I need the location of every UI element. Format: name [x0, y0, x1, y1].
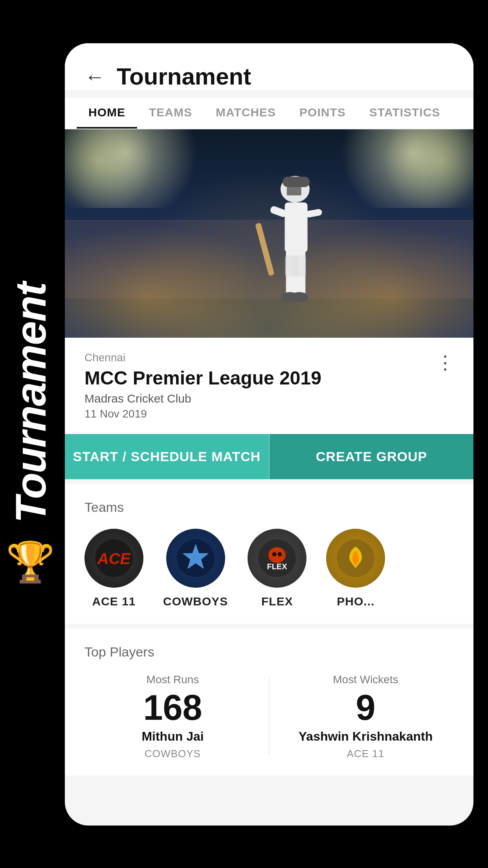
tournament-location: Chennai: [84, 351, 454, 364]
back-button[interactable]: ←: [84, 66, 105, 87]
tab-statistics[interactable]: STATISTICS: [358, 98, 452, 129]
team-logo-flex: FLEX: [248, 529, 306, 588]
tab-home[interactable]: HOME: [77, 98, 137, 129]
top-players-title: Top Players: [84, 644, 454, 660]
players-columns: Most Runs 168 Mithun Jai COWBOYS Most Wi…: [84, 673, 454, 760]
create-group-button[interactable]: CREATE GROUP: [270, 434, 473, 479]
team-item-cowboys[interactable]: COWBOYS: [163, 529, 228, 608]
schedule-match-button[interactable]: START / SCHEDULE MATCH: [65, 434, 270, 479]
action-buttons: START / SCHEDULE MATCH CREATE GROUP: [65, 434, 473, 479]
trophy-icon: 🏆: [6, 539, 55, 585]
team-name-ace: ACE 11: [92, 595, 136, 608]
club-name: Madras Cricket Club: [84, 392, 454, 405]
svg-rect-2: [287, 187, 301, 195]
most-runs-value: 168: [143, 690, 202, 725]
teams-section: Teams ACE ACE 11: [65, 484, 473, 624]
teams-section-title: Teams: [84, 500, 454, 515]
svg-rect-1: [283, 177, 310, 187]
team-name-flex: FLEX: [261, 595, 293, 608]
tournament-name: MCC Premier League 2019: [84, 367, 454, 389]
column-divider: [269, 677, 270, 756]
team-logo-cowboys: [166, 529, 225, 588]
team-item-flex[interactable]: FLEX FLEX: [248, 529, 306, 608]
most-wickets-player-name: Yashwin Krishnakanth: [299, 729, 433, 744]
tab-teams[interactable]: TEAMS: [137, 98, 204, 129]
team-name-phoenix: PHO...: [337, 595, 374, 608]
most-wickets-value: 9: [356, 690, 375, 725]
most-runs-col: Most Runs 168 Mithun Jai COWBOYS: [84, 673, 261, 760]
team-logo-ace: ACE: [84, 529, 143, 588]
hero-banner: [65, 129, 473, 338]
svg-point-10: [290, 292, 308, 302]
svg-point-20: [278, 552, 282, 556]
top-players-section: Top Players Most Runs 168 Mithun Jai COW…: [65, 629, 473, 776]
tab-bar: HOME TEAMS MATCHES POINTS STATISTICS: [65, 98, 473, 129]
phone-frame: ← Tournament HOME TEAMS MATCHES POINTS S…: [65, 43, 473, 826]
svg-rect-12: [293, 256, 306, 276]
most-runs-player-team: COWBOYS: [145, 748, 201, 760]
svg-text:ACE: ACE: [97, 550, 131, 567]
tournament-date: 11 Nov 2019: [84, 408, 454, 420]
team-logo-phoenix: [326, 529, 385, 588]
side-label-text: Tournament: [9, 283, 52, 523]
svg-rect-21: [273, 559, 281, 562]
more-options-button[interactable]: ⋮: [436, 351, 454, 373]
most-runs-player-name: Mithun Jai: [141, 729, 204, 744]
cricketer-figure: [252, 173, 338, 322]
svg-rect-6: [255, 223, 275, 276]
tab-matches[interactable]: MATCHES: [204, 98, 288, 129]
svg-text:FLEX: FLEX: [267, 562, 288, 571]
most-runs-label: Most Runs: [147, 673, 199, 686]
most-wickets-label: Most Wickets: [333, 673, 398, 686]
header: ← Tournament: [65, 43, 473, 90]
team-item-ace[interactable]: ACE ACE 11: [84, 529, 143, 608]
team-item-phoenix[interactable]: PHO...: [326, 529, 385, 608]
most-wickets-col: Most Wickets 9 Yashwin Krishnakanth ACE …: [277, 673, 454, 760]
side-panel: Tournament 🏆: [0, 0, 61, 868]
svg-rect-3: [285, 202, 308, 252]
tournament-info: Chennai MCC Premier League 2019 Madras C…: [65, 338, 473, 434]
svg-rect-5: [305, 208, 323, 218]
tab-points[interactable]: POINTS: [288, 98, 358, 129]
svg-point-19: [272, 552, 276, 556]
most-wickets-player-team: ACE 11: [347, 748, 385, 760]
teams-row: ACE ACE 11 COWBOYS: [84, 529, 454, 608]
page-title: Tournament: [117, 63, 251, 90]
team-name-cowboys: COWBOYS: [163, 595, 228, 608]
